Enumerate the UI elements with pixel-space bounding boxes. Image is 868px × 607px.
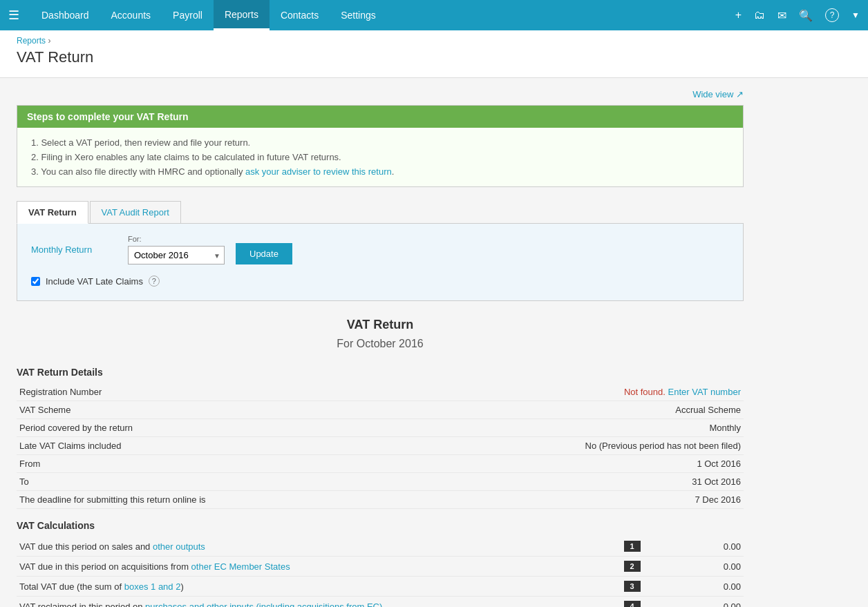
top-navbar: ☰ Dashboard Accounts Payroll Reports Con… (0, 0, 868, 30)
calc-row-2-label: VAT due in this period on acquisitions f… (17, 557, 613, 577)
step-2: 2. Filing in Xero enables any late claim… (31, 152, 729, 162)
calc-row-4-label: VAT reclaimed in this period on purchase… (17, 597, 613, 608)
vat-scheme-value: Accrual Scheme (411, 401, 744, 419)
mail-icon[interactable]: ✉ (777, 9, 786, 22)
wide-view-container: Wide view ↗ (17, 89, 744, 99)
late-claims-included-label: Late VAT Claims included (17, 437, 411, 455)
steps-header: Steps to complete your VAT Return (17, 106, 743, 128)
monthly-return-label: Monthly Return (31, 244, 128, 255)
table-row: VAT due in this period on acquisitions f… (17, 557, 744, 577)
period-covered-value: Monthly (411, 419, 744, 437)
table-row: Registration Number Not found. Enter VAT… (17, 383, 744, 401)
tab-vat-audit-report[interactable]: VAT Audit Report (90, 201, 181, 223)
vat-scheme-label: VAT Scheme (17, 401, 411, 419)
details-section-title: VAT Return Details (17, 367, 744, 378)
report-title: VAT Return (17, 318, 744, 332)
breadcrumb: Reports › (17, 36, 851, 46)
calc-row-1-value: 0.00 (654, 537, 744, 557)
nav-accounts[interactable]: Accounts (100, 0, 162, 30)
steps-body: 1. Select a VAT period, then review and … (17, 128, 743, 186)
update-button[interactable]: Update (236, 243, 292, 264)
table-row: From 1 Oct 2016 (17, 455, 744, 473)
calculations-table: VAT due this period on sales and other o… (17, 537, 744, 607)
nav-settings[interactable]: Settings (330, 0, 387, 30)
enter-vat-link[interactable]: Enter VAT number (668, 387, 742, 397)
wide-view-link[interactable]: Wide view ↗ (692, 89, 744, 99)
late-claims-row: Include VAT Late Claims ? (31, 276, 729, 287)
box-4-badge: 4 (624, 601, 641, 607)
add-icon[interactable]: + (735, 9, 742, 21)
page-header: Reports › VAT Return (0, 30, 868, 78)
calc-row-2-box: 2 (613, 557, 654, 577)
steps-box: Steps to complete your VAT Return 1. Sel… (17, 105, 744, 187)
purchases-link[interactable]: purchases and other inputs (including ac… (145, 601, 382, 608)
calc-row-1-box: 1 (613, 537, 654, 557)
period-select[interactable]: October 2016 September 2016 August 2016 (128, 246, 225, 264)
ask-adviser-link[interactable]: ask your adviser to review this return (245, 166, 392, 177)
table-row: VAT due this period on sales and other o… (17, 537, 744, 557)
nav-dashboard[interactable]: Dashboard (30, 0, 100, 30)
other-outputs-link[interactable]: other outputs (153, 541, 205, 552)
from-label: From (17, 455, 411, 473)
calc-row-4-value: 0.00 (654, 597, 744, 608)
table-row: Late VAT Claims included No (Previous pe… (17, 437, 744, 455)
box-3-badge: 3 (624, 581, 641, 592)
include-late-claims-label: Include VAT Late Claims (46, 276, 143, 287)
step-3: 3. You can also file directly with HMRC … (31, 166, 729, 177)
table-row: VAT reclaimed in this period on purchase… (17, 597, 744, 608)
calc-row-3-label: Total VAT due (the sum of boxes 1 and 2) (17, 577, 613, 597)
main-nav: Dashboard Accounts Payroll Reports Conta… (30, 0, 735, 30)
form-period-row: Monthly Return For: October 2016 Septemb… (31, 235, 729, 264)
breadcrumb-separator: › (48, 36, 50, 46)
calc-row-3-box: 3 (613, 577, 654, 597)
user-dropdown-icon[interactable]: ▼ (851, 10, 860, 20)
calc-row-3-value: 0.00 (654, 577, 744, 597)
period-covered-label: Period covered by the return (17, 419, 411, 437)
page-title: VAT Return (17, 48, 851, 66)
breadcrumb-reports-link[interactable]: Reports (17, 36, 46, 46)
folder-icon[interactable]: 🗂 (754, 9, 765, 21)
to-label: To (17, 473, 411, 491)
table-row: Total VAT due (the sum of boxes 1 and 2)… (17, 577, 744, 597)
step-1: 1. Select a VAT period, then review and … (31, 137, 729, 148)
details-table: Registration Number Not found. Enter VAT… (17, 383, 744, 509)
tab-vat-return[interactable]: VAT Return (17, 201, 88, 224)
for-group: For: October 2016 September 2016 August … (128, 235, 225, 264)
reg-not-found: Not found. (624, 387, 668, 397)
period-select-wrapper: October 2016 September 2016 August 2016 … (128, 246, 225, 264)
deadline-value: 7 Dec 2016 (411, 491, 744, 509)
topbar-actions: + 🗂 ✉ 🔍 ? ▼ (735, 8, 860, 22)
box-2-badge: 2 (624, 561, 641, 572)
help-tooltip-icon[interactable]: ? (149, 276, 160, 287)
hamburger-icon[interactable]: ☰ (8, 8, 19, 23)
calculations-section-title: VAT Calculations (17, 520, 744, 531)
from-value: 1 Oct 2016 (411, 455, 744, 473)
search-icon[interactable]: 🔍 (799, 9, 813, 22)
calc-row-2-value: 0.00 (654, 557, 744, 577)
reg-number-label: Registration Number (17, 383, 411, 401)
reg-number-value: Not found. Enter VAT number (411, 383, 744, 401)
for-label: For: (128, 235, 225, 243)
nav-payroll[interactable]: Payroll (162, 0, 214, 30)
boxes-1-2-link[interactable]: boxes 1 and 2 (124, 581, 181, 592)
deadline-label: The deadline for submitting this return … (17, 491, 411, 509)
calc-row-1-label: VAT due this period on sales and other o… (17, 537, 613, 557)
help-icon[interactable]: ? (825, 8, 839, 22)
box-1-badge: 1 (624, 541, 641, 552)
form-area: Monthly Return For: October 2016 Septemb… (17, 224, 744, 301)
table-row: The deadline for submitting this return … (17, 491, 744, 509)
main-content: Wide view ↗ Steps to complete your VAT R… (0, 78, 760, 607)
table-row: VAT Scheme Accrual Scheme (17, 401, 744, 419)
table-row: Period covered by the return Monthly (17, 419, 744, 437)
include-late-claims-checkbox[interactable] (31, 277, 40, 286)
report-subtitle: For October 2016 (17, 338, 744, 350)
table-row: To 31 Oct 2016 (17, 473, 744, 491)
nav-reports[interactable]: Reports (214, 0, 270, 30)
report-tabs: VAT Return VAT Audit Report (17, 201, 744, 224)
to-value: 31 Oct 2016 (411, 473, 744, 491)
calc-row-4-box: 4 (613, 597, 654, 608)
other-ec-link[interactable]: other EC Member States (191, 561, 290, 572)
nav-contacts[interactable]: Contacts (270, 0, 330, 30)
late-claims-included-value: No (Previous period has not been filed) (411, 437, 744, 455)
